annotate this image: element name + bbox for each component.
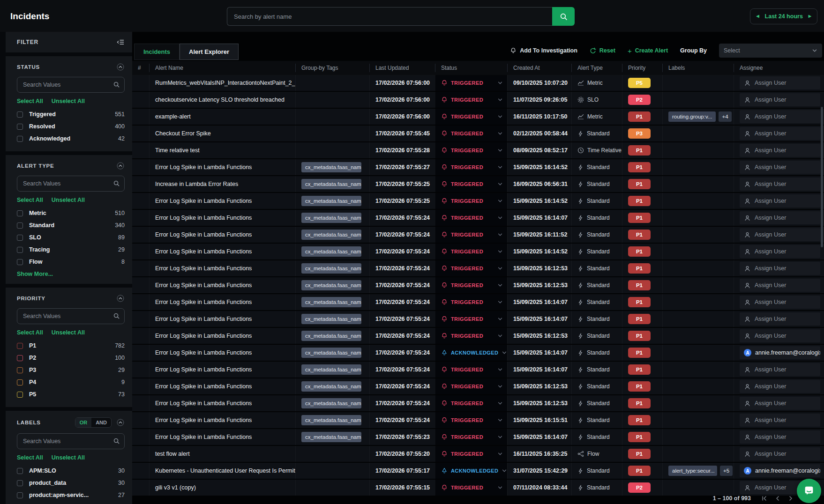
- checkbox[interactable]: [17, 468, 23, 474]
- status-dropdown[interactable]: TRIGGERED: [435, 159, 507, 175]
- alert-name-cell[interactable]: example-alert: [149, 109, 295, 125]
- table-scrollbar[interactable]: [821, 107, 823, 247]
- filter-option-standard[interactable]: Standard 340: [17, 219, 125, 231]
- collapse-section-icon[interactable]: [116, 294, 125, 303]
- table-row[interactable]: checkoutservice Latency SLO threshold br…: [132, 92, 824, 108]
- filter-option-p3[interactable]: P3 29: [17, 364, 125, 376]
- chevron-down-icon[interactable]: [502, 350, 507, 356]
- table-row[interactable]: Error Log Spike in Lambda Functions cx_m…: [132, 362, 824, 378]
- column-header-status[interactable]: Status: [435, 64, 507, 72]
- chevron-down-icon[interactable]: [497, 434, 503, 440]
- assign-user-button[interactable]: Assign User: [740, 228, 820, 241]
- chevron-down-icon[interactable]: [497, 215, 503, 221]
- filter-option-p5[interactable]: P5 73: [17, 388, 125, 400]
- table-row[interactable]: Error Log Spike in Lambda Functions cx_m…: [132, 277, 824, 293]
- status-dropdown[interactable]: TRIGGERED: [435, 446, 507, 462]
- section-search-input[interactable]: [17, 176, 125, 192]
- table-row[interactable]: Error Log Spike in Lambda Functions cx_m…: [132, 429, 824, 445]
- checkbox[interactable]: [17, 379, 23, 385]
- status-dropdown[interactable]: TRIGGERED: [435, 193, 507, 209]
- time-range-picker[interactable]: ◀ Last 24 hours ▶: [750, 8, 817, 24]
- assign-user-button[interactable]: Assign User: [740, 380, 820, 393]
- table-row[interactable]: example-alert 17/02/2026 07:56:00 TRIGGE…: [132, 109, 824, 125]
- more-labels-chip[interactable]: +4: [719, 111, 731, 122]
- unselect-all-link[interactable]: Unselect All: [52, 454, 85, 461]
- status-dropdown[interactable]: TRIGGERED: [435, 227, 507, 243]
- table-row[interactable]: Time relative test 17/02/2026 07:55:28 T…: [132, 142, 824, 158]
- filter-option-p1[interactable]: P1 782: [17, 340, 125, 352]
- status-dropdown[interactable]: ACKNOWLEDGED: [435, 345, 507, 361]
- assign-user-button[interactable]: Assign User: [740, 110, 820, 123]
- alert-name-cell[interactable]: Time relative test: [149, 142, 295, 158]
- assign-user-button[interactable]: Assign User: [740, 127, 820, 140]
- alert-name-cell[interactable]: Error Log Spike in Lambda Functions: [149, 277, 295, 293]
- assign-user-button[interactable]: Assign User: [740, 211, 820, 224]
- table-row[interactable]: Error Log Spike in Lambda Functions cx_m…: [132, 227, 824, 243]
- operator-or[interactable]: OR: [75, 418, 92, 427]
- checkbox[interactable]: [17, 343, 23, 349]
- alert-name-cell[interactable]: Error Log Spike in Lambda Functions: [149, 193, 295, 209]
- assign-user-button[interactable]: Assign User: [740, 144, 820, 157]
- checkbox[interactable]: [17, 235, 23, 241]
- labels-operator-toggle[interactable]: ORAND: [75, 417, 112, 428]
- column-header-created-at[interactable]: Created At: [507, 64, 571, 72]
- assign-user-button[interactable]: Assign User: [740, 447, 820, 460]
- alert-name-cell[interactable]: Error Log Spike in Lambda Functions: [149, 210, 295, 226]
- assign-user-button[interactable]: Assign User: [740, 414, 820, 427]
- table-row[interactable]: Error Log Spike in Lambda Functions cx_m…: [132, 311, 824, 327]
- assign-user-button[interactable]: Assign User: [740, 296, 820, 309]
- collapse-filter-panel-icon[interactable]: [117, 39, 125, 45]
- table-row[interactable]: Error Log Spike in Lambda Functions cx_m…: [132, 345, 824, 361]
- alert-name-cell[interactable]: Error Log Spike in Lambda Functions: [149, 328, 295, 344]
- tab-alert-explorer[interactable]: Alert Explorer: [180, 44, 239, 60]
- column-header-priority[interactable]: Priority: [622, 64, 662, 72]
- unselect-all-link[interactable]: Unselect All: [52, 98, 85, 104]
- filter-option-tracing[interactable]: Tracing 29: [17, 244, 125, 256]
- first-page-icon[interactable]: [761, 495, 768, 502]
- table-row[interactable]: Error Log Spike in Lambda Functions cx_m…: [132, 294, 824, 310]
- table-row[interactable]: Error Log Spike in Lambda Functions cx_m…: [132, 244, 824, 259]
- checkbox[interactable]: [17, 136, 23, 142]
- assignee-user[interactable]: A annie.freeman@coralogix...: [740, 464, 820, 477]
- status-dropdown[interactable]: TRIGGERED: [435, 429, 507, 445]
- status-dropdown[interactable]: TRIGGERED: [435, 294, 507, 310]
- assign-user-button[interactable]: Assign User: [740, 194, 820, 208]
- table-row[interactable]: Error Log Spike in Lambda Functions cx_m…: [132, 159, 824, 175]
- alert-name-cell[interactable]: Error Log Spike in Lambda Functions: [149, 159, 295, 175]
- assign-user-button[interactable]: Assign User: [740, 76, 820, 89]
- alert-name-cell[interactable]: Error Log Spike in Lambda Functions: [149, 395, 295, 411]
- status-dropdown[interactable]: TRIGGERED: [435, 142, 507, 158]
- filter-option-slo[interactable]: SLO 89: [17, 231, 125, 244]
- status-dropdown[interactable]: ACKNOWLEDGED: [435, 463, 507, 479]
- chevron-down-icon[interactable]: [497, 451, 503, 457]
- chevron-down-icon[interactable]: [502, 468, 507, 474]
- reset-button[interactable]: Reset: [590, 47, 615, 54]
- section-search-input[interactable]: [17, 433, 125, 449]
- chevron-down-icon[interactable]: [497, 417, 503, 423]
- add-to-investigation-button[interactable]: Add To Investigation: [510, 47, 577, 54]
- column-header-group-by-tags[interactable]: Group-by Tags: [295, 64, 369, 72]
- status-dropdown[interactable]: TRIGGERED: [435, 75, 507, 91]
- search-input[interactable]: [227, 7, 552, 26]
- status-dropdown[interactable]: TRIGGERED: [435, 92, 507, 108]
- checkbox[interactable]: [17, 259, 23, 265]
- next-page-icon[interactable]: [787, 495, 794, 502]
- chevron-down-icon[interactable]: [497, 80, 503, 86]
- assign-user-button[interactable]: Assign User: [740, 161, 820, 174]
- chevron-down-icon[interactable]: [497, 316, 503, 322]
- assign-user-button[interactable]: Assign User: [740, 312, 820, 326]
- search-button[interactable]: [552, 7, 575, 26]
- status-dropdown[interactable]: TRIGGERED: [435, 362, 507, 378]
- checkbox[interactable]: [17, 222, 23, 229]
- column-header--[interactable]: #: [132, 64, 149, 72]
- status-dropdown[interactable]: TRIGGERED: [435, 311, 507, 327]
- checkbox[interactable]: [17, 210, 23, 216]
- status-dropdown[interactable]: TRIGGERED: [435, 480, 507, 496]
- filter-option-acknowledged[interactable]: Acknowledged 42: [17, 133, 125, 145]
- column-header-last-updated[interactable]: Last Updated: [369, 64, 435, 72]
- assign-user-button[interactable]: Assign User: [740, 329, 820, 342]
- alert-name-cell[interactable]: Error Log Spike in Lambda Functions: [149, 412, 295, 428]
- chevron-down-icon[interactable]: [497, 164, 503, 170]
- select-all-link[interactable]: Select All: [17, 454, 43, 461]
- alert-name-cell[interactable]: Error Log Spike in Lambda Functions: [149, 311, 295, 327]
